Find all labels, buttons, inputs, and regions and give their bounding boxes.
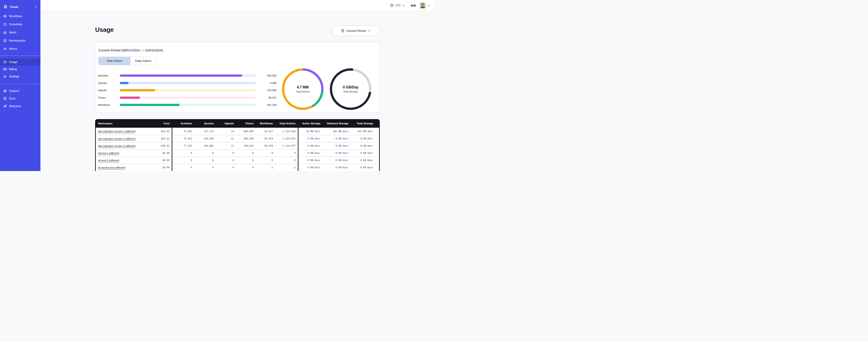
cell-cost: $34.42	[142, 128, 172, 135]
sidebar-group-0: WorkflowsSchedulesBatchNamespacesNexus	[0, 12, 40, 53]
app-window: Cloud WorkflowsSchedulesBatchNamespacesN…	[0, 0, 434, 171]
actions-tab-group: Total ActionsDaily Actions	[98, 57, 156, 65]
cell-active-storage: 0 KB-Hour	[298, 149, 322, 157]
usage-bar-row-activities: Activities900,000	[98, 72, 277, 79]
sidebar-item-batch[interactable]: Batch	[0, 28, 40, 37]
sidebar-item-welcome[interactable]: Welcome	[0, 102, 40, 110]
bar-value: 900,000	[256, 74, 277, 77]
sidebar-item-namespaces[interactable]: Namespaces	[0, 37, 40, 45]
timezone-selector[interactable]: UTC	[390, 4, 405, 7]
cell-timers: 856,865	[236, 128, 256, 135]
column-header-total-actions: Total Actions	[275, 119, 298, 128]
namespace-link[interactable]: a0-test-2.a98mm4	[98, 159, 119, 162]
usage-bar-row-workflows: Workflows541,109	[98, 101, 277, 109]
sidebar-item-workflows[interactable]: Workflows	[0, 12, 40, 20]
cell-total-actions: 1,174,077	[275, 142, 298, 149]
table-row: abs-migration-cluster-1.a98mm4$34.4275,5…	[95, 128, 380, 135]
namespace-usage-table: NamespaceCostActivitiesQueriesSignalsTim…	[95, 119, 380, 171]
usage-bar-row-queries: Queries5,000	[98, 79, 277, 87]
main-content: Usage Current Period Current Period (09/…	[40, 11, 434, 171]
column-header-signals: Signals	[216, 119, 236, 128]
cell-workflows: 0	[256, 157, 275, 164]
table-row: abs-migration-cluster-2.a98mm4$29.3275,4…	[95, 135, 380, 142]
sidebar-item-label: Billing	[9, 68, 17, 71]
cell-total-storage: 0 KB-Hour	[351, 149, 380, 157]
clock-icon	[390, 4, 394, 7]
brand-label: Cloud	[10, 5, 34, 8]
usage-bar-chart: Activities900,000Queries5,000Signals130,…	[98, 72, 277, 109]
tab-daily-actions[interactable]: Daily Actions	[130, 57, 156, 65]
column-header-queries: Queries	[194, 119, 216, 128]
column-header-namespace: Namespace	[95, 119, 142, 128]
demo-glasses-button[interactable]	[411, 4, 416, 7]
cell-signals: 0	[216, 164, 236, 171]
namespace-link[interactable]: abs-migration-cluster-1.a98mm4	[98, 130, 135, 133]
cell-workflows: 58,939	[256, 142, 275, 149]
donut-sublabel: Total Actions	[296, 90, 310, 93]
bar-value: 541,109	[256, 104, 277, 106]
cell-workflows: 1	[256, 164, 275, 171]
cell-total-storage: 0 KB-Hour	[351, 157, 380, 164]
cell-signals: 14	[216, 128, 236, 135]
sidebar-item-label: Support	[9, 89, 19, 93]
cell-retained-storage: 0 KB-Hour	[322, 135, 351, 142]
namespace-link[interactable]: bk-worker-test.a98mm4	[98, 166, 125, 169]
docs-icon	[3, 97, 7, 100]
period-selector-button[interactable]: Current Period	[332, 26, 379, 36]
cell-signals: 22	[216, 135, 236, 142]
sidebar-item-settings[interactable]: Settings	[0, 73, 40, 80]
account-menu-chevron-down-icon[interactable]	[428, 4, 430, 7]
sidebar-collapse-button[interactable]	[34, 5, 38, 8]
glasses-icon	[411, 4, 416, 7]
bar-fill	[120, 82, 129, 84]
namespace-cell: a0-test-1.a98mm4	[95, 149, 142, 157]
sidebar-item-label: Schedules	[9, 23, 22, 26]
cell-activities: 77,332	[172, 142, 194, 149]
table-row: bk-worker-test.a98mm4$0.000000110 KB-Hou…	[95, 164, 380, 171]
bar-value: 85,201	[256, 96, 277, 99]
total-actions-donut: 4.7 MMTotal Actions	[282, 68, 323, 110]
cell-cost: $0.00	[142, 157, 172, 164]
cell-total-storage: 0 KB-Hour	[351, 142, 380, 149]
cell-total-actions: 0	[275, 157, 298, 164]
column-header-total-storage: Total Storage	[351, 119, 380, 128]
cell-signals: 0	[216, 157, 236, 164]
sidebar-item-support[interactable]: Support	[0, 87, 40, 95]
table-row: a0-test-1.a98mm4$0.000000000 KB-Hour0 KB…	[95, 149, 380, 157]
nexus-icon	[3, 47, 7, 50]
sidebar-item-billing[interactable]: Billing	[0, 66, 40, 73]
cell-retained-storage: 182 MB-Hour	[322, 128, 351, 135]
table-row: a0-test-2.a98mm4$0.000000000 KB-Hour0 KB…	[95, 157, 380, 164]
sidebar-item-label: Workflows	[9, 15, 22, 18]
sidebar-brand[interactable]: Cloud	[0, 2, 40, 11]
namespace-link[interactable]: abs-migration-cluster-3.a98mm4	[98, 145, 135, 147]
bar-label: Signals	[98, 89, 120, 92]
sidebar-item-docs[interactable]: Docs	[0, 95, 40, 102]
timezone-label: UTC	[395, 4, 401, 7]
cell-activities: 75,501	[172, 128, 194, 135]
cell-total-actions: 1,114,872	[275, 135, 298, 142]
page-title: Usage	[95, 26, 114, 33]
bar-label: Activities	[98, 74, 120, 77]
column-header-retained-storage: Retained Storage	[322, 119, 351, 128]
cell-total-actions: 1,115,018	[275, 128, 298, 135]
user-avatar[interactable]	[420, 2, 426, 8]
usage-summary-card: Current Period (09/01/2024 — 10/01/2024)…	[95, 42, 380, 113]
cell-queries: 126,984	[194, 135, 216, 142]
bar-track	[120, 97, 256, 99]
tab-total-actions[interactable]: Total Actions	[98, 57, 130, 65]
namespaces-icon	[3, 39, 7, 42]
bar-track	[120, 82, 256, 84]
namespace-link[interactable]: a0-test-1.a98mm4	[98, 152, 119, 155]
period-button-label: Current Period	[347, 29, 366, 33]
sidebar-item-usage[interactable]: Usage	[0, 59, 40, 66]
table-row: abs-migration-cluster-3.a98mm4$38.4277,3…	[95, 142, 380, 149]
cell-retained-storage: 0 KB-Hour	[322, 164, 351, 171]
cell-cost: $0.00	[142, 164, 172, 171]
namespace-link[interactable]: abs-migration-cluster-2.a98mm4	[98, 137, 135, 140]
sidebar-item-schedules[interactable]: Schedules	[0, 20, 40, 28]
cell-activities: 75,452	[172, 135, 194, 142]
cell-retained-storage: 0 KB-Hour	[322, 157, 351, 164]
sidebar-item-label: Settings	[9, 75, 20, 78]
sidebar-item-nexus[interactable]: Nexus	[0, 45, 40, 53]
